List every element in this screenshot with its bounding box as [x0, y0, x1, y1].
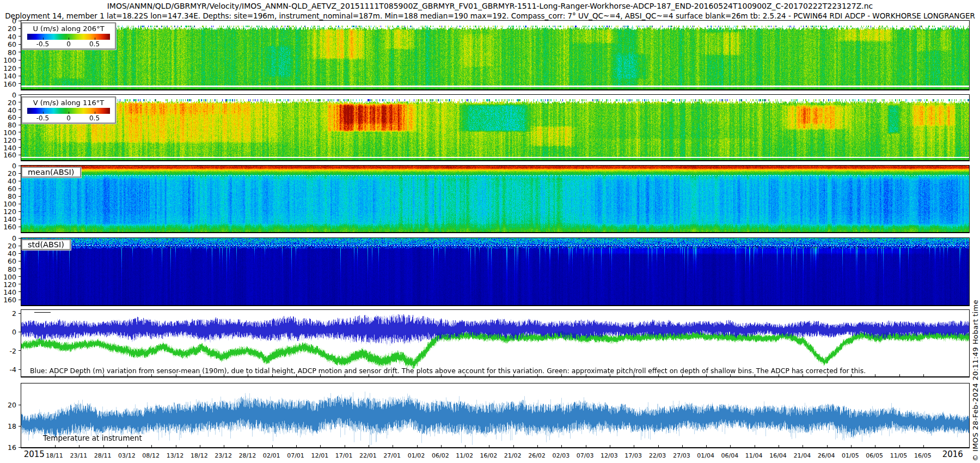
colorbar-tick-label: 0.5 [89, 40, 100, 48]
y-tick-label: 16 [8, 443, 16, 452]
date-tick-label: 26/02 [528, 452, 546, 459]
year-end-label: 2016 [942, 449, 963, 459]
date-tick-label: 06/02 [432, 452, 449, 459]
y-tick-mark [19, 369, 21, 370]
y-tick-mark [19, 405, 21, 405]
temperature-panel: 201816 Temperature at instrument [21, 383, 970, 448]
y-tick-mark [19, 196, 21, 197]
std-absi-panel: 020406080100120140160 std(ABSI) [21, 237, 970, 306]
v-legend-title: V (m/s) along 116°T [27, 99, 110, 107]
y-tick-mark [19, 181, 21, 181]
y-tick-mark [19, 52, 21, 52]
y-tick-label: 60 [8, 113, 16, 121]
u-depth-axis: 020406080100120140160 [1, 21, 21, 89]
y-tick-label: 100 [3, 272, 16, 281]
y-tick-label: -2 [10, 346, 16, 355]
depth-variation-annotation: Blue: ADCP Depth (m) variation from sens… [30, 367, 866, 375]
y-tick-label: 18 [8, 422, 16, 430]
y-tick-mark [19, 426, 21, 427]
y-tick-mark [19, 238, 21, 239]
y-tick-label: 0 [12, 91, 16, 99]
y-tick-mark [19, 117, 21, 118]
y-tick-mark [19, 447, 21, 448]
date-tick-label: 18/11 [46, 452, 63, 459]
y-tick-label: 120 [3, 208, 16, 216]
temperature-axis: 201816 [1, 383, 21, 447]
depth-variation-axis: 20-2-4 [1, 310, 21, 376]
date-tick-label: 02/03 [552, 452, 569, 459]
date-tick-label: 07/01 [287, 452, 304, 459]
u-colorbar [27, 34, 110, 40]
date-tick-label: 03/12 [118, 452, 136, 459]
y-tick-mark [19, 76, 21, 76]
y-tick-mark [19, 83, 21, 84]
y-tick-label: 80 [8, 48, 16, 56]
date-tick-label: 16/02 [480, 452, 498, 459]
y-tick-label: 160 [3, 151, 16, 159]
y-tick-label: 40 [8, 32, 16, 40]
date-tick-label: 21/02 [504, 452, 522, 459]
adcp-figure: IMOS/ANMN/QLD/GBRMYR/Velocity/IMOS_ANMN-… [0, 0, 980, 463]
date-tick-label: 17/03 [624, 452, 642, 459]
y-tick-label: 20 [8, 98, 16, 106]
y-tick-mark [19, 68, 21, 68]
y-tick-label: 140 [3, 288, 16, 296]
netcdf-file-title: IMOS/ANMN/QLD/GBRMYR/Velocity/IMOS_ANMN-… [0, 2, 980, 10]
date-tick-label: 11/02 [456, 452, 473, 459]
v-depth-axis: 020406080100120140160 [1, 95, 21, 160]
y-tick-label: 100 [3, 200, 16, 208]
y-tick-mark [19, 204, 21, 204]
colorbar-tick-label: -0.5 [36, 114, 49, 122]
y-tick-label: 0 [12, 17, 16, 25]
y-tick-label: 140 [3, 143, 16, 151]
date-tick-label: 16/04 [769, 452, 787, 459]
y-tick-label: 40 [8, 249, 16, 258]
y-tick-label: 80 [8, 121, 16, 129]
y-tick-mark [19, 269, 21, 269]
y-tick-label: 60 [8, 40, 16, 48]
y-tick-mark [19, 147, 21, 148]
date-tick-label: 22/03 [649, 452, 666, 459]
date-tick-label: 16/05 [914, 452, 932, 459]
y-tick-label: 20 [8, 401, 16, 409]
y-tick-mark [19, 291, 21, 292]
mean-absi-depth-axis: 020406080100120140160 [1, 166, 21, 232]
y-tick-mark [19, 350, 21, 351]
y-tick-label: 0 [12, 234, 16, 242]
y-tick-mark [19, 227, 21, 227]
y-tick-label: 0 [12, 328, 16, 336]
date-tick-label: 01/04 [697, 452, 714, 459]
y-tick-label: 100 [3, 128, 16, 136]
u-colorbar-legend: U (m/s) along 206°T -0.500.5 [21, 22, 116, 50]
v-colorbar-legend: V (m/s) along 116°T -0.500.5 [21, 96, 116, 124]
y-tick-label: 60 [8, 257, 16, 265]
date-tick-label: 06/05 [866, 452, 883, 459]
y-tick-mark [19, 139, 21, 140]
date-tick-label: 28/12 [239, 452, 256, 459]
y-tick-mark [19, 166, 21, 166]
y-tick-mark [19, 132, 21, 132]
date-tick-label: 23/11 [70, 452, 87, 459]
y-tick-mark [19, 60, 21, 60]
y-tick-label: 140 [3, 72, 16, 80]
mean-absi-heatmap [21, 166, 969, 232]
u-colorbar-tick-labels: -0.500.5 [27, 40, 110, 47]
y-tick-label: 160 [3, 223, 16, 231]
date-tick-label: 01/02 [408, 452, 425, 459]
u-velocity-heatmap [21, 21, 969, 89]
colorbar-tick-label: 0 [66, 114, 71, 122]
y-tick-label: -4 [10, 365, 16, 374]
date-tick-label: 18/12 [191, 452, 208, 459]
date-tick-label: 27/01 [383, 452, 401, 459]
y-tick-mark [19, 109, 21, 110]
date-tick-label: 11/04 [745, 452, 763, 459]
y-tick-label: 80 [8, 265, 16, 273]
y-tick-mark [19, 332, 21, 332]
colorbar-tick-label: 0 [66, 40, 71, 48]
y-tick-mark [19, 95, 21, 95]
y-tick-mark [19, 211, 21, 212]
y-tick-mark [19, 300, 21, 300]
date-tick-label: 17/01 [335, 452, 353, 459]
y-tick-mark [19, 188, 21, 189]
date-tick-label: 12/03 [601, 452, 618, 459]
